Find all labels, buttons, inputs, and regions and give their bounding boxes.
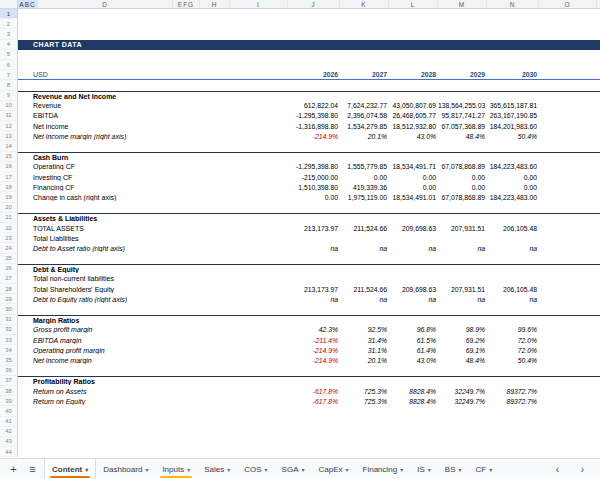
- value-cell[interactable]: 1,975,119.00: [340, 194, 389, 201]
- row-header-20[interactable]: 20: [0, 203, 18, 213]
- value-cell[interactable]: 69.2%: [438, 337, 487, 344]
- year-header[interactable]: 2027: [340, 71, 389, 78]
- value-cell[interactable]: 67,057,368.89: [438, 123, 487, 130]
- row-label[interactable]: Return on Equity: [18, 398, 288, 405]
- value-cell[interactable]: 0.00: [340, 174, 389, 181]
- value-cell[interactable]: 211,524.66: [340, 225, 389, 232]
- column-header-I[interactable]: I: [230, 0, 288, 8]
- sheet-tab-financing[interactable]: Financing▾: [356, 459, 411, 479]
- column-header-J[interactable]: J: [288, 0, 340, 8]
- row-label[interactable]: Margin Ratios: [18, 317, 288, 324]
- value-cell[interactable]: na: [389, 296, 438, 303]
- value-cell[interactable]: 18,534,491.71: [389, 163, 438, 170]
- tab-dropdown-icon[interactable]: ▾: [265, 466, 268, 473]
- value-cell[interactable]: 31.1%: [340, 347, 389, 354]
- value-cell[interactable]: 8828.4%: [389, 388, 438, 395]
- row-header-18[interactable]: 18: [0, 182, 18, 192]
- row-label[interactable]: Investing CF: [18, 174, 288, 181]
- row-label[interactable]: Revenue: [18, 102, 288, 109]
- row-header-3[interactable]: 3: [0, 29, 18, 39]
- value-cell[interactable]: 7,624,232.77: [340, 102, 389, 109]
- row-header-42[interactable]: 42: [0, 427, 18, 437]
- tab-dropdown-icon[interactable]: ▾: [85, 466, 88, 473]
- value-cell[interactable]: na: [487, 245, 539, 252]
- value-cell[interactable]: 72.0%: [487, 347, 539, 354]
- row-header-38[interactable]: 38: [0, 386, 18, 396]
- year-header[interactable]: 2028: [389, 71, 438, 78]
- year-header[interactable]: 2026: [288, 71, 340, 78]
- value-cell[interactable]: 8828.4%: [389, 398, 438, 405]
- row-header-35[interactable]: 35: [0, 355, 18, 365]
- row-header-34[interactable]: 34: [0, 345, 18, 355]
- value-cell[interactable]: -1,295,398.80: [288, 112, 340, 119]
- row-label[interactable]: Debt to Equity ratio (right axis): [18, 296, 288, 303]
- row-header-26[interactable]: 26: [0, 264, 18, 274]
- row-label[interactable]: Assets & Liabilities: [18, 215, 288, 222]
- row-header-13[interactable]: 13: [0, 131, 18, 141]
- value-cell[interactable]: -215,000.00: [288, 174, 340, 181]
- sheet-tab-cf[interactable]: CF▾: [469, 459, 500, 479]
- row-label[interactable]: Total Shareholders' Equity: [18, 286, 288, 293]
- sheet-tab-inputs[interactable]: Inputs▾: [155, 459, 197, 479]
- value-cell[interactable]: 612,822.04: [288, 102, 340, 109]
- value-cell[interactable]: 72.0%: [487, 337, 539, 344]
- value-cell[interactable]: 0.00: [487, 174, 539, 181]
- value-cell[interactable]: 32249.7%: [438, 388, 487, 395]
- value-cell[interactable]: 89372.7%: [487, 398, 539, 405]
- row-label[interactable]: Change in cash (right axis): [18, 194, 288, 201]
- value-cell[interactable]: -214.9%: [288, 357, 340, 364]
- value-cell[interactable]: 61.5%: [389, 337, 438, 344]
- row-header-39[interactable]: 39: [0, 396, 18, 406]
- row-header-31[interactable]: 31: [0, 315, 18, 325]
- row-header-2[interactable]: 2: [0, 19, 18, 29]
- value-cell[interactable]: -211.4%: [288, 337, 340, 344]
- row-header-1[interactable]: 1: [0, 9, 18, 19]
- value-cell[interactable]: 48.4%: [438, 133, 487, 140]
- value-cell[interactable]: 43,050,807.69: [389, 102, 438, 109]
- value-cell[interactable]: 92.5%: [340, 326, 389, 333]
- row-header-15[interactable]: 15: [0, 152, 18, 162]
- value-cell[interactable]: 67,078,868.89: [438, 163, 487, 170]
- value-cell[interactable]: 89372.7%: [487, 388, 539, 395]
- value-cell[interactable]: 67,078,868.89: [438, 194, 487, 201]
- value-cell[interactable]: 365,615,187.81: [487, 102, 539, 109]
- value-cell[interactable]: 50.4%: [487, 357, 539, 364]
- tab-dropdown-icon[interactable]: ▾: [302, 466, 305, 473]
- row-header-12[interactable]: 12: [0, 121, 18, 131]
- value-cell[interactable]: na: [340, 245, 389, 252]
- value-cell[interactable]: 1,534,279.85: [340, 123, 389, 130]
- year-header[interactable]: 2029: [438, 71, 487, 78]
- value-cell[interactable]: na: [438, 296, 487, 303]
- sheet-tab-sales[interactable]: Sales▾: [197, 459, 237, 479]
- value-cell[interactable]: 98.9%: [438, 326, 487, 333]
- value-cell[interactable]: 209,698.63: [389, 225, 438, 232]
- value-cell[interactable]: 1,555,779.85: [340, 163, 389, 170]
- row-label[interactable]: Cash Burn: [18, 154, 288, 161]
- value-cell[interactable]: 213,173.97: [288, 286, 340, 293]
- value-cell[interactable]: 184,223,483.60: [487, 163, 539, 170]
- row-header-40[interactable]: 40: [0, 406, 18, 416]
- scroll-tabs-left-button[interactable]: ‹: [550, 461, 565, 478]
- value-cell[interactable]: na: [389, 245, 438, 252]
- row-header-7[interactable]: 7: [0, 70, 18, 80]
- add-sheet-button[interactable]: +: [6, 461, 21, 478]
- column-header-O[interactable]: O: [539, 0, 597, 8]
- column-header-N[interactable]: N: [487, 0, 539, 8]
- row-header-21[interactable]: 21: [0, 213, 18, 223]
- value-cell[interactable]: na: [340, 296, 389, 303]
- value-cell[interactable]: 263,167,190.85: [487, 112, 539, 119]
- tab-dropdown-icon[interactable]: ▾: [459, 466, 462, 473]
- row-header-16[interactable]: 16: [0, 162, 18, 172]
- row-header-27[interactable]: 27: [0, 274, 18, 284]
- value-cell[interactable]: -617.8%: [288, 398, 340, 405]
- value-cell[interactable]: 95,817,741.27: [438, 112, 487, 119]
- column-header-K[interactable]: K: [340, 0, 389, 8]
- row-label[interactable]: Net income: [18, 123, 288, 130]
- tab-dropdown-icon[interactable]: ▾: [227, 466, 230, 473]
- row-label[interactable]: Gross profit margin: [18, 326, 288, 333]
- value-cell[interactable]: 2,396,074.58: [340, 112, 389, 119]
- row-header-14[interactable]: 14: [0, 141, 18, 151]
- value-cell[interactable]: 31.4%: [340, 337, 389, 344]
- row-header-22[interactable]: 22: [0, 223, 18, 233]
- value-cell[interactable]: -214.9%: [288, 133, 340, 140]
